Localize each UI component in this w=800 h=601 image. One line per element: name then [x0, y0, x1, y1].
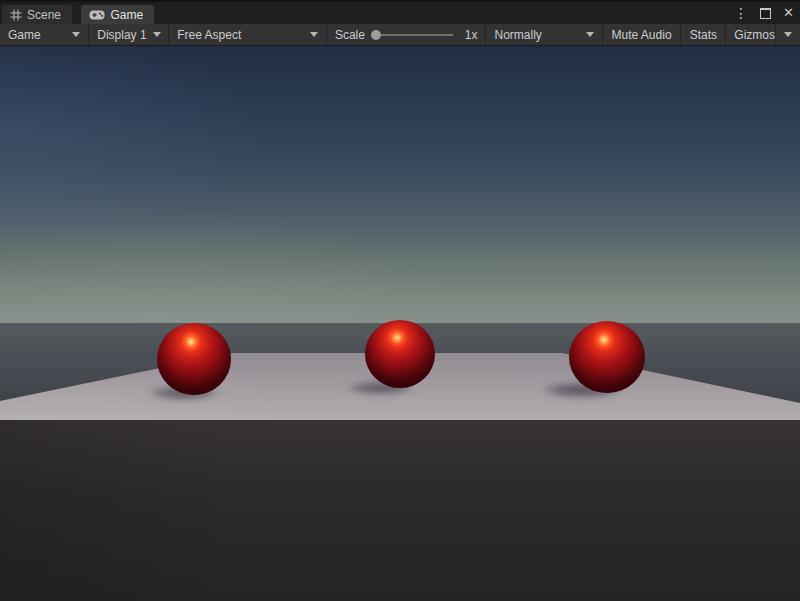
- foreground-below-plane: [0, 420, 800, 601]
- chevron-down-icon: [586, 32, 594, 37]
- tab-scene[interactable]: Scene: [2, 5, 72, 24]
- display-dropdown[interactable]: Display 1: [89, 24, 169, 45]
- scale-control: Scale 1x: [327, 24, 487, 45]
- unity-game-window: Scene Game ⋮ ✕ Game: [0, 0, 800, 601]
- tab-scene-label: Scene: [27, 8, 61, 22]
- red-sphere: [157, 323, 231, 395]
- window-controls: ⋮ ✕: [734, 4, 794, 22]
- game-view-dropdown[interactable]: Game: [0, 24, 89, 45]
- chevron-down-icon: [72, 32, 80, 37]
- close-icon[interactable]: ✕: [783, 4, 794, 22]
- tab-game-label: Game: [110, 8, 143, 22]
- aspect-ratio-dropdown[interactable]: Free Aspect: [169, 24, 327, 45]
- red-sphere: [365, 320, 435, 388]
- maximize-icon[interactable]: [760, 8, 771, 19]
- chevron-down-icon: [310, 32, 318, 37]
- gizmos-dropdown[interactable]: Gizmos: [726, 24, 800, 45]
- play-mode-dropdown[interactable]: Normally: [486, 24, 602, 45]
- scale-slider-handle[interactable]: [371, 30, 381, 40]
- game-render-viewport[interactable]: [0, 46, 800, 601]
- tab-strip: Scene Game ⋮ ✕: [0, 0, 800, 24]
- chevron-down-icon: [153, 32, 161, 37]
- mute-audio-button[interactable]: Mute Audio: [603, 24, 682, 45]
- scale-slider[interactable]: [371, 30, 459, 40]
- divider: [775, 24, 776, 45]
- tab-game[interactable]: Game: [81, 5, 154, 24]
- red-sphere: [569, 321, 645, 393]
- scene-grid-icon: [10, 9, 22, 21]
- scale-label: Scale: [335, 28, 365, 42]
- game-view-toolbar: Game Display 1 Free Aspect Scale 1x Norm…: [0, 24, 800, 46]
- skybox: [0, 46, 800, 323]
- scale-slider-track[interactable]: [381, 34, 453, 36]
- kebab-menu-icon[interactable]: ⋮: [734, 4, 748, 22]
- chevron-down-icon: [784, 32, 792, 37]
- stats-button[interactable]: Stats: [681, 24, 726, 45]
- scale-value: 1x: [465, 28, 478, 42]
- gamepad-icon: [89, 10, 105, 20]
